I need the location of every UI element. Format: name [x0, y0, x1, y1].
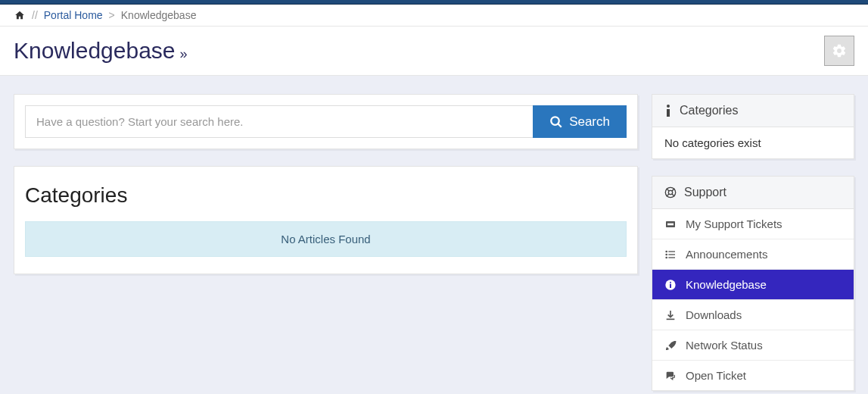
- main-column: Search Categories No Articles Found: [14, 94, 638, 394]
- svg-point-16: [666, 254, 667, 255]
- search-button-label: Search: [569, 114, 610, 130]
- search-icon: [549, 115, 563, 129]
- page-title-text: Knowledgebase: [14, 38, 176, 64]
- svg-rect-3: [667, 109, 670, 117]
- sidebar-item-announcements[interactable]: Announcements: [652, 239, 854, 269]
- sidebar-support-title: Support: [684, 186, 726, 199]
- sidebar-item-label: Announcements: [686, 248, 767, 261]
- svg-line-1: [558, 124, 562, 127]
- sidebar-item-label: Downloads: [686, 308, 742, 321]
- search-input[interactable]: [25, 105, 533, 138]
- double-chevron-icon: »: [180, 46, 188, 62]
- sidebar-item-my-support-tickets[interactable]: My Support Tickets: [652, 209, 854, 239]
- sidebar-support-header: Support: [652, 177, 854, 209]
- categories-heading: Categories: [25, 183, 627, 208]
- download-icon: [664, 309, 677, 321]
- content: Search Categories No Articles Found Cate…: [0, 76, 868, 394]
- breadcrumb-sep: //: [32, 9, 38, 21]
- breadcrumb-home-link[interactable]: Portal Home: [44, 9, 103, 21]
- svg-point-0: [551, 117, 559, 125]
- ticket-icon: [664, 218, 677, 230]
- svg-point-19: [670, 281, 671, 283]
- page-title: Knowledgebase »: [14, 38, 188, 64]
- sidebar-item-network-status[interactable]: Network Status: [652, 330, 854, 360]
- breadcrumb: // Portal Home > Knowledgebase: [0, 5, 868, 27]
- svg-rect-20: [670, 283, 671, 287]
- no-articles-alert: No Articles Found: [25, 221, 627, 257]
- svg-point-17: [666, 257, 667, 258]
- svg-point-2: [667, 105, 670, 108]
- gear-icon: [832, 43, 847, 58]
- info-circle-icon: [664, 279, 677, 291]
- sidebar-item-downloads[interactable]: Downloads: [652, 300, 854, 330]
- lifebuoy-icon: [664, 186, 677, 199]
- search-panel: Search: [14, 94, 638, 149]
- sidebar-item-knowledgebase[interactable]: Knowledgebase: [652, 270, 854, 299]
- side-column: Categories No categories exist Support M…: [652, 94, 854, 394]
- settings-button[interactable]: [824, 36, 854, 66]
- list-icon: [664, 249, 677, 261]
- svg-point-15: [666, 251, 667, 252]
- sidebar-item-open-ticket[interactable]: Open Ticket: [652, 361, 854, 390]
- sidebar-item-label: Network Status: [686, 339, 763, 352]
- sidebar-categories-header: Categories: [652, 95, 854, 127]
- sidebar-support-panel: Support My Support Tickets: [652, 176, 854, 391]
- comments-icon: [664, 370, 677, 382]
- rocket-icon: [664, 339, 677, 352]
- svg-rect-11: [667, 223, 674, 225]
- sidebar-support-list: My Support Tickets Announcements: [652, 209, 854, 390]
- sidebar-categories-panel: Categories No categories exist: [652, 94, 854, 159]
- search-button[interactable]: Search: [533, 105, 627, 138]
- info-icon: [664, 105, 672, 117]
- sidebar-categories-title: Categories: [680, 104, 738, 117]
- home-icon[interactable]: [14, 10, 26, 20]
- breadcrumb-chevron: >: [109, 9, 115, 21]
- sidebar-item-label: Knowledgebase: [686, 278, 767, 291]
- svg-point-5: [668, 190, 672, 194]
- sidebar-categories-body: No categories exist: [652, 127, 854, 158]
- categories-panel: Categories No Articles Found: [14, 166, 638, 274]
- sidebar-item-label: My Support Tickets: [686, 217, 782, 230]
- breadcrumb-current: Knowledgebase: [121, 9, 197, 21]
- sidebar-item-label: Open Ticket: [686, 369, 746, 382]
- title-row: Knowledgebase »: [0, 27, 868, 76]
